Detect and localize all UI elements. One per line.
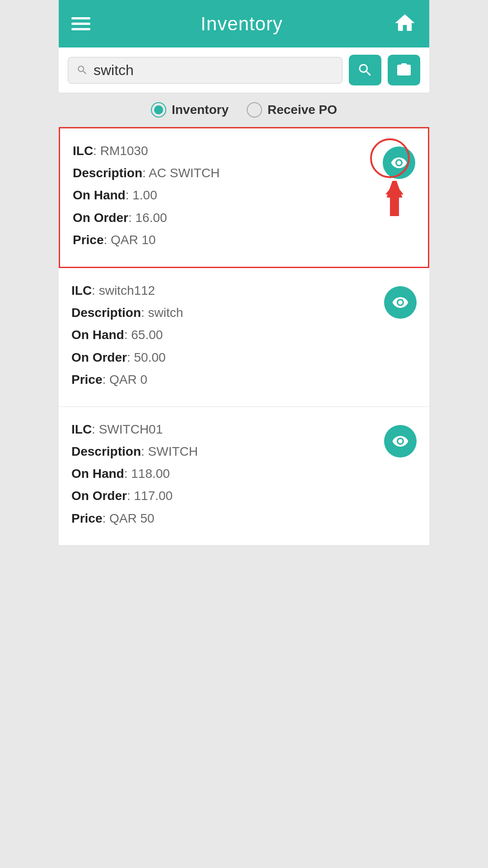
item-card-0: ILC: RM1030 Description: AC SWITCH On Ha…	[59, 127, 429, 268]
item-info-2: ILC: SWITCH01 Description: SWITCH On Han…	[71, 420, 375, 532]
item-on-hand-1: On Hand: 65.00	[71, 326, 375, 344]
search-input-wrapper	[68, 57, 343, 84]
item-description-0: Description: AC SWITCH	[73, 164, 374, 182]
menu-button[interactable]	[71, 17, 90, 30]
search-input[interactable]	[94, 62, 334, 79]
camera-button[interactable]	[388, 55, 420, 85]
item-price-1: Price: QAR 0	[71, 371, 375, 388]
radio-inventory-circle	[151, 102, 166, 118]
annotation-arrow	[381, 181, 408, 219]
eye-icon-1	[392, 294, 409, 311]
item-description-1: Description: switch	[71, 304, 375, 321]
item-list: ILC: RM1030 Description: AC SWITCH On Ha…	[59, 127, 429, 546]
search-bar	[59, 47, 429, 93]
item-ilc-1: ILC: switch112	[71, 282, 375, 299]
bottom-area	[59, 546, 429, 681]
camera-icon	[396, 62, 412, 78]
filter-toggle: Inventory Receive PO	[59, 93, 429, 127]
radio-receive-po-circle	[247, 102, 262, 118]
item-on-order-2: On Order: 117.00	[71, 487, 375, 505]
item-card-1: ILC: switch112 Description: switch On Ha…	[59, 268, 429, 407]
annotation-wrapper-0	[374, 142, 415, 219]
view-button-0[interactable]	[383, 146, 415, 179]
eye-icon-2	[392, 433, 409, 450]
radio-inventory-label: Inventory	[172, 103, 229, 117]
item-price-2: Price: QAR 50	[71, 509, 375, 527]
item-description-2: Description: SWITCH	[71, 443, 375, 460]
home-icon	[393, 11, 417, 35]
eye-icon-0	[390, 154, 408, 171]
view-button-1[interactable]	[384, 286, 417, 319]
item-info-1: ILC: switch112 Description: switch On Ha…	[71, 282, 375, 393]
search-icon-input	[76, 64, 88, 76]
item-price-0: Price: QAR 10	[73, 231, 374, 249]
svg-rect-3	[390, 193, 399, 216]
app-header: Inventory	[59, 0, 429, 47]
search-button[interactable]	[349, 55, 381, 85]
page-title: Inventory	[201, 13, 283, 35]
item-info-0: ILC: RM1030 Description: AC SWITCH On Ha…	[73, 142, 374, 253]
item-ilc-2: ILC: SWITCH01	[71, 420, 375, 438]
radio-inventory[interactable]: Inventory	[151, 102, 229, 118]
search-button-icon	[357, 62, 373, 78]
home-button[interactable]	[393, 11, 417, 37]
item-on-order-0: On Order: 16.00	[73, 209, 374, 226]
radio-receive-po-label: Receive PO	[267, 103, 337, 117]
item-on-hand-2: On Hand: 118.00	[71, 465, 375, 482]
svg-marker-2	[385, 183, 404, 194]
radio-receive-po[interactable]: Receive PO	[247, 102, 337, 118]
item-card-2: ILC: SWITCH01 Description: SWITCH On Han…	[59, 407, 429, 546]
item-ilc-0: ILC: RM1030	[73, 142, 374, 160]
item-on-hand-0: On Hand: 1.00	[73, 186, 374, 204]
view-button-2[interactable]	[384, 425, 417, 458]
item-on-order-1: On Order: 50.00	[71, 349, 375, 366]
